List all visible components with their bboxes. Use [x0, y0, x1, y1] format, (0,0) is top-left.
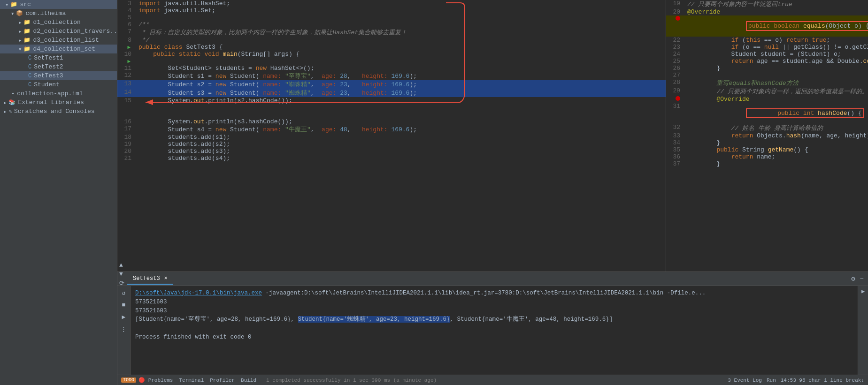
console-output[interactable]: D:\soft\Java\jdk-17.0.1\bin\java.exe -ja… — [131, 286, 858, 375]
code-line-5: 5 — [117, 14, 666, 21]
code-line-11: 11 Set<Student> students = new HashSet<>… — [117, 65, 666, 72]
build-tab[interactable]: Build — [241, 377, 256, 383]
java-exe-link[interactable]: D:\soft\Java\jdk-17.0.1\bin\java.exe — [135, 290, 262, 296]
sidebar-label: d3_collection_list — [33, 37, 99, 44]
folder-icon: 📁 — [23, 19, 31, 26]
resume-console-button[interactable]: ▶ — [121, 312, 127, 322]
code-line-31-right: 31 public int hashCode() { — [666, 103, 868, 124]
sidebar-label: d4_collection_set — [33, 45, 95, 53]
hash1-value: 573521603 — [135, 299, 167, 305]
code-line-35-right: 35 public String getName() { — [666, 146, 868, 153]
arrow-icon — [19, 37, 21, 44]
sidebar-item-com-itheima[interactable]: 📦 com.itheima — [0, 9, 117, 18]
sidebar-label: SetTest2 — [34, 63, 63, 70]
line-num: 32 — [666, 124, 685, 132]
scroll-down-button[interactable]: ▼ — [119, 271, 124, 278]
code-line-33-right: 33 return Objects.hash(name, age, height… — [666, 132, 868, 139]
students-highlighted: Student{name='蜘蛛精', age=23, height=169.6… — [298, 316, 450, 323]
code-line-15: 15 System.out.println(s2.hashCode()); — [117, 97, 666, 118]
line-num: 4 — [117, 7, 136, 14]
package-icon: 📦 — [16, 10, 23, 17]
sidebar-item-scratches[interactable]: ✎ Scratches and Consoles — [0, 107, 117, 116]
minimize-icon[interactable]: − — [858, 274, 866, 284]
line-num: 26 — [666, 65, 685, 72]
line-content: return age == student.age && Double.comp… — [685, 58, 868, 65]
sidebar: 📁 src 📦 com.itheima 📁 d1_collection 📁 d2… — [0, 0, 117, 385]
right-code-panel: 19 // 只要两个对象内容一样就返回true 20 @Override — [666, 0, 868, 272]
line-content: Student student = (Student) o; — [685, 51, 868, 58]
sidebar-item-src[interactable]: 📁 src — [0, 0, 117, 9]
console-line-students: [Student{name='至尊宝', age=28, height=169.… — [135, 315, 853, 324]
profiler-tab[interactable]: Profiler — [210, 377, 235, 383]
code-line-25-right: 25 return age == student.age && Double.c… — [666, 58, 868, 65]
line-content: 重写equals和hashCode方法 — [685, 79, 868, 87]
code-line-10: 10 ▶ public static void main(String[] ar… — [117, 51, 666, 65]
line-content: public String getName() { — [685, 146, 868, 153]
line-content: Student s4 = new Student( name: "牛魔王", a… — [136, 125, 666, 134]
lib-icon: 📚 — [8, 99, 15, 106]
line-content — [136, 14, 666, 21]
code-line-34-right: 34 } — [666, 139, 868, 146]
line-content: @Override — [685, 96, 868, 103]
settings-icon[interactable]: ⚙ — [849, 273, 857, 284]
code-line-30-right: @Override — [666, 96, 868, 103]
line-content: students.add(s4); — [136, 155, 666, 162]
line-content: public class SetTest3 { — [136, 44, 666, 51]
console-line-hash1: 573521603 — [135, 298, 853, 307]
line-num: 31 — [666, 103, 685, 124]
line-num: 11 — [117, 65, 136, 72]
sidebar-label: d2_collection_travers... — [33, 28, 117, 35]
breakpoint — [676, 96, 680, 101]
sidebar-item-settest3[interactable]: C SetTest3 — [0, 71, 117, 80]
scratch-icon: ✎ — [8, 108, 12, 114]
more-console-button[interactable]: ⋮ — [120, 325, 128, 334]
console-line-process: Process finished with exit code 0 — [135, 333, 853, 342]
sidebar-item-ext-lib[interactable]: 📚 External Libraries — [0, 98, 117, 107]
sidebar-item-d3[interactable]: 📁 d3_collection_list — [0, 36, 117, 45]
rerun-console-button[interactable]: ↺ — [121, 288, 127, 298]
console-scroll-to-end[interactable]: ▶ — [861, 288, 865, 295]
bottom-bar-right: 3 Event Log Run 14:53 96 char 1 line bre… — [728, 377, 864, 383]
folder-icon: 📁 — [10, 1, 17, 8]
sidebar-item-d1[interactable]: 📁 d1_collection — [0, 18, 117, 27]
sidebar-item-settest1[interactable]: C SetTest1 — [0, 53, 117, 62]
code-line-19-right: 19 // 只要两个对象内容一样就返回true — [666, 0, 868, 8]
students-rest: , Student{name='牛魔王', age=48, height=169… — [450, 316, 613, 323]
run-button[interactable]: Run — [767, 377, 776, 383]
right-code-area[interactable]: 19 // 只要两个对象内容一样就返回true 20 @Override — [666, 0, 868, 272]
line-content: System.out.println(s3.hashCode()); — [136, 118, 666, 125]
console-tab-settest3[interactable]: SetTest3 × — [127, 273, 173, 285]
line-content: // 姓名 牛龄 身高计算哈希值的 — [685, 124, 868, 132]
sidebar-item-d2[interactable]: 📁 d2_collection_travers... — [0, 27, 117, 36]
folder-icon: 📁 — [23, 45, 31, 53]
code-line-22-right: 22 if (this == o) return true; — [666, 37, 868, 44]
line-content: // 只要两个对象内容一样，返回的哈希值就是一样的。 — [685, 87, 868, 96]
java-icon: C — [28, 82, 31, 88]
hash2-value: 573521603 — [135, 308, 167, 314]
line-num: 6 — [117, 21, 136, 28]
event-log[interactable]: 3 Event Log — [728, 377, 762, 383]
sidebar-item-d4[interactable]: 📁 d4_collection_set — [0, 45, 117, 53]
java-icon: C — [28, 55, 31, 61]
sidebar-item-iml[interactable]: ▪ collection-app.iml — [0, 89, 117, 98]
sidebar-item-settest2[interactable]: C SetTest2 — [0, 62, 117, 71]
console-tab-close[interactable]: × — [164, 275, 168, 282]
problems-tab[interactable]: 🔴 Problems — [138, 377, 173, 383]
line-num: 19 — [666, 0, 685, 8]
line-content: import java.util.HashSet; — [136, 0, 666, 7]
line-content: Student s3 = new Student( name: "蜘蛛精", a… — [136, 89, 666, 97]
folder-icon: 📁 — [23, 28, 31, 35]
code-line-21-left: 21 students.add(s4); — [117, 155, 666, 162]
sidebar-label: SetTest3 — [34, 72, 63, 79]
terminal-tab[interactable]: Terminal — [179, 377, 204, 383]
todo-badge[interactable]: TODO — [121, 377, 136, 383]
stop-console-button[interactable]: ■ — [121, 301, 127, 310]
sidebar-item-student[interactable]: C Student — [0, 80, 117, 89]
line-num: 7 — [117, 28, 136, 37]
code-line-19-left: 19 students.add(s2); — [117, 141, 666, 148]
code-line-8: 8 */ — [117, 37, 666, 44]
line-num: 28 — [666, 79, 685, 87]
console-tab-label: SetTest3 — [133, 275, 160, 282]
java-icon: C — [28, 73, 31, 79]
left-code-area[interactable]: 3 import java.util.HashSet; 4 import jav… — [117, 0, 666, 272]
